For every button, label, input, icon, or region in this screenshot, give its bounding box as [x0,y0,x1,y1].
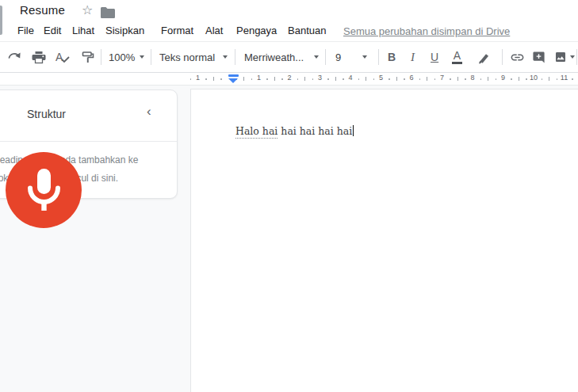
ruler-quarter-tick [251,78,253,80]
bold-button[interactable]: B [388,47,396,67]
ruler-number: 8 [470,74,474,82]
ruler-half-tick [274,77,275,81]
toolbar-separator [101,49,101,65]
ruler-quarter-tick [281,78,283,80]
ruler-quarter-tick [266,78,268,80]
ruler-quarter-tick [450,78,451,80]
insert-image-button[interactable] [554,47,575,67]
menu-file[interactable]: File [17,25,34,36]
misspelled-word: Halo hai [235,125,278,139]
ruler-quarter-tick [373,78,375,80]
insert-comment-button[interactable] [532,47,545,67]
print-button[interactable] [32,47,46,67]
ruler-number: 10 [530,74,538,82]
header: Resume ☆ File Edit Lihat Sisipkan Format… [0,0,578,42]
chevron-down-icon [223,55,228,59]
highlighter-icon [477,51,490,64]
add-comment-icon [532,51,545,64]
ruler-number: 5 [379,74,383,82]
ruler-half-tick [213,77,214,81]
ruler-half-tick [366,77,366,81]
ruler-quarter-tick [511,78,512,80]
ruler-number: 1 [196,74,200,82]
ruler-quarter-tick [526,78,527,80]
zoom-select[interactable]: 100% [109,47,144,67]
menu-sisipkan[interactable]: Sisipkan [105,25,144,36]
highlight-button[interactable] [477,47,490,67]
ruler-quarter-tick [312,78,314,80]
ruler-number: 7 [440,74,444,82]
toolbar-separator [576,49,577,65]
ruler-quarter-tick [404,78,405,80]
ruler-quarter-tick [389,78,390,80]
ruler-number: 4 [348,74,352,82]
folder-icon[interactable] [100,6,115,21]
toolbar-separator [151,49,151,65]
redo-button[interactable] [6,47,22,67]
google-docs-window: Halo hai hai hai hai hai 11234567891011 … [0,0,578,392]
menu-pengaya[interactable]: Pengaya [236,25,277,36]
ruler-half-tick [519,77,519,81]
menu-format[interactable]: Format [161,25,193,36]
ruler-quarter-tick [480,78,482,80]
left-indent-marker[interactable] [228,78,238,83]
print-icon [32,51,46,64]
ruler-quarter-tick [572,78,573,80]
document-text: hai hai hai hai [278,125,352,137]
ruler-quarter-tick [358,78,360,80]
ruler-quarter-tick [496,78,497,80]
document-text-line[interactable]: Halo hai hai hai hai hai [235,125,354,137]
ruler-number: 11 [561,74,568,82]
ruler-quarter-tick [557,78,558,80]
menu-alat[interactable]: Alat [205,25,223,36]
ruler-half-tick [304,77,305,81]
ruler-half-tick [457,77,458,81]
microphone-icon [6,152,82,228]
redo-icon [6,51,22,63]
ruler-quarter-tick [205,78,207,80]
paragraph-style-select[interactable]: Teks normal [159,47,228,67]
toolbar-separator [502,49,503,65]
insert-link-button[interactable] [510,47,525,67]
menu-bantuan[interactable]: Bantuan [288,25,326,36]
ruler-quarter-tick [542,78,543,80]
text-color-button[interactable]: A [452,47,462,67]
ruler-half-tick [335,77,336,81]
ruler-quarter-tick [327,78,329,80]
chevron-down-icon [314,55,319,59]
save-status-link[interactable]: Semua perubahan disimpan di Drive [343,25,510,37]
document-title-input[interactable]: Resume [20,3,65,17]
ruler-half-tick [243,77,244,81]
paint-format-button[interactable] [81,47,94,67]
ruler-number: 1 [257,74,261,82]
paint-roller-icon [81,51,94,64]
voice-typing-button[interactable] [6,152,82,228]
collapse-outline-icon[interactable]: ‹ [147,104,151,120]
menu-edit[interactable]: Edit [44,25,61,36]
ruler[interactable]: 11234567891011 [0,73,578,86]
docs-logo-edge[interactable] [0,6,2,35]
menu-lihat[interactable]: Lihat [72,25,94,36]
chevron-down-icon [140,55,144,59]
outline-divider [0,141,177,142]
toolbar: A 100% Teks normal Merriweath... 9 B I [0,42,578,73]
font-size-select[interactable]: 9 [335,47,367,67]
spellcheck-button[interactable]: A [56,47,70,67]
underline-button[interactable]: U [431,47,438,67]
document-page[interactable]: Halo hai hai hai hai hai [190,89,578,392]
ruler-quarter-tick [419,78,421,80]
first-line-indent-marker[interactable] [228,74,239,77]
ruler-half-tick [427,77,427,81]
toolbar-separator [325,49,326,65]
ruler-quarter-tick [434,78,436,80]
font-select[interactable]: Merriweath... [244,47,319,67]
ruler-number: 6 [409,74,413,82]
ruler-half-tick [549,77,549,81]
star-icon[interactable]: ☆ [82,3,93,17]
italic-button[interactable]: I [411,47,415,67]
ruler-quarter-tick [220,78,222,80]
ruler-quarter-tick [190,78,192,80]
chevron-down-icon [362,55,367,59]
toolbar-separator [378,49,379,65]
ruler-number: 2 [287,74,291,82]
